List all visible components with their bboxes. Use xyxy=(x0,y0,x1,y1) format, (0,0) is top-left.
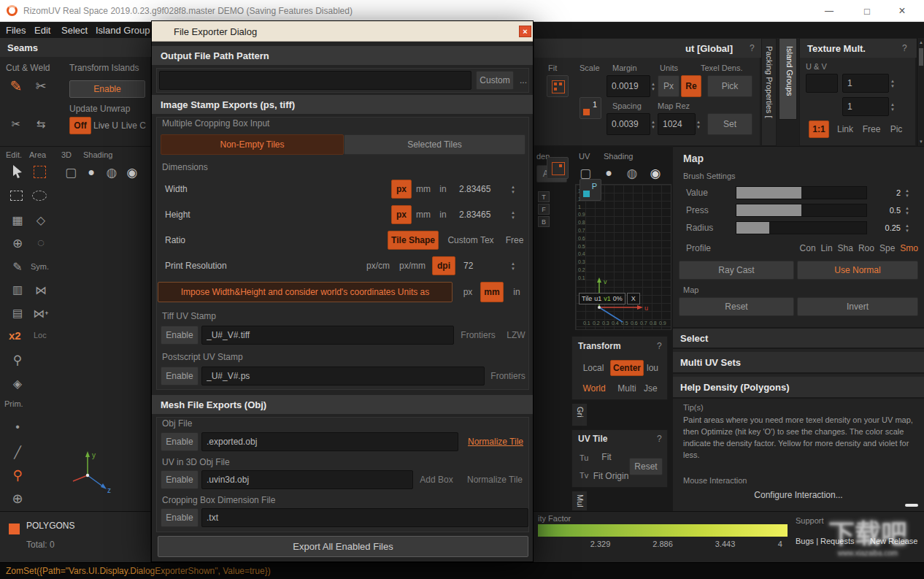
transform-help-icon[interactable]: ? xyxy=(657,341,662,351)
mult-u-input[interactable] xyxy=(842,74,889,93)
close-button[interactable]: × xyxy=(886,0,918,22)
map-rez-input[interactable] xyxy=(658,113,696,135)
uv-tile-reset-button[interactable]: Reset xyxy=(629,458,663,475)
pin-icon[interactable]: ⚲ xyxy=(9,351,26,369)
profile-spe-button[interactable]: Spe xyxy=(879,243,895,253)
globe-icon[interactable]: ⊕ xyxy=(9,490,26,507)
symmetry-add-icon[interactable]: ⋈+ xyxy=(32,304,50,322)
down-icon[interactable]: ▼ xyxy=(890,107,895,112)
view-back-button[interactable]: B xyxy=(538,216,550,227)
tiff-enable-button[interactable]: Enable xyxy=(161,326,199,345)
profile-roo-button[interactable]: Roo xyxy=(858,243,874,253)
up-icon[interactable]: ▲ xyxy=(905,188,909,193)
texel-set-button[interactable]: Set xyxy=(707,113,752,135)
tile-chip-close[interactable]: X xyxy=(627,293,640,304)
scale-one-icon-button[interactable]: 1 xyxy=(580,97,601,119)
maximize-button[interactable]: □ xyxy=(851,0,883,22)
dpi-value-input[interactable] xyxy=(458,256,507,275)
pic-button[interactable]: Pic xyxy=(886,120,906,138)
new-release-link[interactable]: New Release xyxy=(870,537,917,545)
up-icon[interactable]: ▲ xyxy=(651,82,655,86)
ps-filename-input[interactable] xyxy=(201,367,485,386)
menu-island-group[interactable]: Island Group xyxy=(96,25,150,36)
rect-select-icon[interactable] xyxy=(10,191,23,201)
tiff-filename-input[interactable] xyxy=(201,326,454,345)
impose-in-button[interactable]: in xyxy=(507,282,527,302)
txt-filename-input[interactable] xyxy=(201,508,528,527)
fit-spacing-icon-button[interactable] xyxy=(547,157,569,179)
px-cm-button[interactable]: px/cm xyxy=(362,256,394,275)
up-icon[interactable]: ▲ xyxy=(511,261,515,266)
up-icon[interactable]: ▲ xyxy=(905,223,909,228)
uv3d-normalize-tile-button[interactable]: Normalize Tile xyxy=(461,470,528,489)
ratio-free-button[interactable]: Free xyxy=(501,231,528,250)
custom-tex-button[interactable]: Custom Tex xyxy=(443,231,498,250)
obj-enable-button[interactable]: Enable xyxy=(161,432,199,451)
up-icon[interactable]: ▲ xyxy=(651,120,655,124)
view-top-button[interactable]: T xyxy=(538,191,550,202)
profile-sha-button[interactable]: Sha xyxy=(838,243,853,253)
tiff-frontiers-button[interactable]: Frontiers xyxy=(458,326,498,345)
value-slider[interactable] xyxy=(736,186,867,199)
layout-help-icon[interactable]: ? xyxy=(750,43,755,53)
texel-pick-button[interactable]: Pick xyxy=(707,75,752,97)
shade-wire-icon[interactable]: ◍ xyxy=(102,163,121,182)
width-stepper[interactable]: ▲▼ xyxy=(511,180,515,199)
island-groups-tab[interactable]: Island Groups xyxy=(779,38,797,120)
margin-input[interactable] xyxy=(607,75,650,97)
uv-grid[interactable]: 1.21.110.90.80.70.60.50.40.30.20.1 0.10.… xyxy=(575,184,671,330)
view-front-button[interactable]: F xyxy=(538,204,550,215)
multi-uv-sets-header[interactable]: Multi UV Sets xyxy=(673,352,924,374)
up-icon[interactable]: ▲ xyxy=(696,120,701,124)
width-in-button[interactable]: in xyxy=(434,180,453,199)
height-mm-button[interactable]: mm xyxy=(413,205,434,224)
height-in-button[interactable]: in xyxy=(434,205,453,224)
split-v-icon[interactable]: ▥ xyxy=(9,281,26,299)
ray-cast-button[interactable]: Ray Cast xyxy=(679,261,794,280)
mult-u-stepper[interactable]: ▲▼ xyxy=(890,74,895,93)
transform-local-button[interactable]: Local xyxy=(578,360,609,376)
grid-panel-tab[interactable]: Gri xyxy=(571,403,588,426)
margin-stepper[interactable]: ▲▼ xyxy=(651,75,655,97)
down-icon[interactable]: ▼ xyxy=(511,190,515,194)
txt-enable-button[interactable]: Enable xyxy=(161,508,199,527)
map-reset-button[interactable]: Reset xyxy=(679,297,794,316)
add-box-button[interactable]: Add Box xyxy=(416,470,457,489)
down-icon[interactable]: ▼ xyxy=(905,211,909,215)
split-h-icon[interactable]: ▤ xyxy=(9,304,26,322)
tile-shape-button[interactable]: Tile Shape xyxy=(388,231,439,250)
fit-origin-button[interactable]: Fit Origin xyxy=(590,468,632,484)
up-icon[interactable]: ▲ xyxy=(511,185,515,189)
shade-textured-icon[interactable]: ◉ xyxy=(123,163,142,182)
edge-icon[interactable]: ╱ xyxy=(9,443,26,461)
minimize-button[interactable]: — xyxy=(813,0,845,22)
menu-edit[interactable]: Edit xyxy=(34,25,50,36)
radius-stepper[interactable]: ▲▼ xyxy=(905,221,909,234)
uv-textured-icon[interactable]: ◉ xyxy=(646,164,665,183)
dpi-stepper[interactable]: ▲▼ xyxy=(511,256,515,275)
transform-center-button[interactable]: Center xyxy=(610,360,644,376)
brush-cut-icon[interactable]: ✎ xyxy=(7,77,25,95)
scrollbar-thumb[interactable] xyxy=(919,48,923,66)
profile-con-button[interactable]: Con xyxy=(800,243,816,253)
down-icon[interactable]: ▼ xyxy=(696,125,701,129)
mult-v-stepper[interactable]: ▲▼ xyxy=(890,97,895,116)
texture-name-input[interactable] xyxy=(806,74,838,93)
value-stepper[interactable]: ▲▼ xyxy=(905,186,909,199)
export-all-button[interactable]: Export All Enabled Files xyxy=(158,536,528,557)
impose-px-button[interactable]: px xyxy=(457,282,479,302)
output-path-input[interactable] xyxy=(159,71,471,90)
down-icon[interactable]: ▼ xyxy=(511,215,515,220)
menu-select[interactable]: Select xyxy=(61,25,88,36)
down-icon[interactable]: ▼ xyxy=(651,125,655,129)
custom-button[interactable]: Custom xyxy=(476,71,514,90)
transform-world-button[interactable]: World xyxy=(578,380,610,396)
up-icon[interactable]: ▲ xyxy=(511,210,515,215)
profile-smo-button[interactable]: Smo xyxy=(900,243,918,253)
one-to-one-button[interactable]: 1:1 xyxy=(809,120,829,138)
obj-filename-input[interactable] xyxy=(201,432,458,451)
fit-tiles-icon-button[interactable] xyxy=(547,75,569,97)
cut-weld-icon[interactable]: ✂ xyxy=(32,77,50,95)
non-empty-tiles-button[interactable]: Non-Empty Tiles xyxy=(161,134,344,155)
selected-tiles-button[interactable]: Selected Tiles xyxy=(344,134,525,155)
